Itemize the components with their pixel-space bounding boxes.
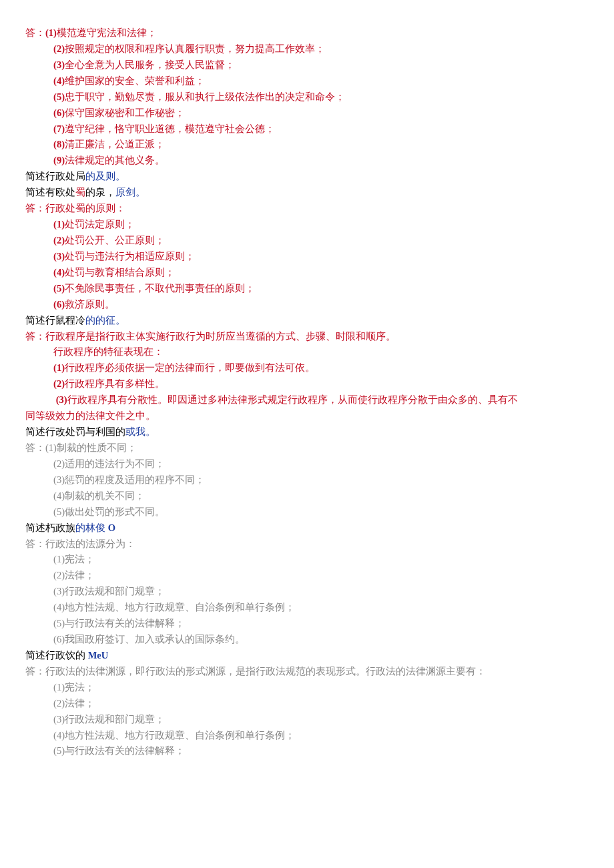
q1-answer-line-6: (6)保守国家秘密和工作秘密； (25, 105, 589, 121)
q2-item-5: (5)不免除民事责任，不取代刑事责任的原则； (25, 281, 589, 297)
q1-answer-line-9: (9)法律规定的其他义务。 (25, 153, 589, 169)
q4-title: 简述行改处罚与利国的或我。 (25, 424, 589, 440)
q3-item-1: (1)行政程序必须依据一定的法律而行，即要做到有法可依。 (25, 360, 589, 376)
q6-item-5: (5)与行政法有关的法律解释； (25, 743, 589, 759)
q1-answer-line-3: (3)全心全意为人民服务，接受人民监督； (25, 57, 589, 73)
q2-item-6: (6)救济原则。 (25, 297, 589, 313)
q3-title: 简述行鼠程冷的的征。 (25, 313, 589, 329)
q2-item-4: (4)处罚与教育相结合原则； (25, 265, 589, 281)
q1-answer-line-5: (5)忠于职守，勤勉尽责，服从和执行上级依法作出的决定和命令； (25, 89, 589, 105)
q4-item-1: 答：(1)制裁的性质不同； (25, 440, 589, 456)
q2-title-b: 简述有欧处蜀的泉，原剑。 (25, 185, 589, 201)
q4-item-4: (4)制裁的机关不同； (25, 488, 589, 504)
q1-item-text: 模范遵守宪法和法律； (57, 27, 157, 38)
q5-item-5: (5)与行政法有关的法律解释； (25, 616, 589, 632)
q5-lead: 答：行政法的法源分为： (25, 536, 589, 552)
q1-answer-line-1: 答：(1)模范遵守宪法和法律； (25, 25, 589, 41)
q3-item-3-cont: 同等级效力的法律文件之中。 (25, 408, 589, 424)
q5-title: 简述朽政族的林俊 O (25, 520, 589, 536)
q6-item-1: (1)宪法； (25, 680, 589, 696)
q5-item-1: (1)宪法； (25, 552, 589, 568)
q4-item-3: (3)惩罚的程度及适用的程序不同； (25, 472, 589, 488)
q4-item-5: (5)做出处罚的形式不同。 (25, 504, 589, 520)
q1-item-num: (1) (45, 27, 57, 38)
q2-item-1: (1)处罚法定原则； (25, 217, 589, 233)
q6-item-4: (4)地方性法规、地方行政规章、自治条例和单行条例； (25, 728, 589, 744)
q2-item-3: (3)处罚与违法行为相适应原则； (25, 249, 589, 265)
q5-item-4: (4)地方性法规、地方行政规章、自治条例和单行条例； (25, 600, 589, 616)
q2-item-2: (2)处罚公开、公正原则； (25, 233, 589, 249)
q3-lead1: 答：行政程序是指行政主体实施行政行为时所应当遵循的方式、步骤、时限和顺序。 (25, 329, 589, 345)
q3-item-2: (2)行政程序具有多样性。 (25, 376, 589, 392)
q3-lead2: 行政程序的特征表现在： (25, 344, 589, 360)
q6-lead: 答：行政法的法律渊源，即行政法的形式渊源，是指行政法规范的表现形式。行政法的法律… (25, 664, 589, 680)
q6-item-3: (3)行政法规和部门规章； (25, 712, 589, 728)
q1-answer-line-8: (8)清正廉洁，公道正派； (25, 137, 589, 153)
q1-answer-line-2: (2)按照规定的权限和程序认真履行职责，努力提高工作效率； (25, 41, 589, 57)
q5-item-6: (6)我国政府签订、加入或承认的国际条约。 (25, 632, 589, 648)
q1-answer-line-4: (4)维护国家的安全、荣誉和利益； (25, 73, 589, 89)
q5-item-3: (3)行政法规和部门规章； (25, 584, 589, 600)
q6-item-2: (2)法律； (25, 696, 589, 712)
q2-answer-lead: 答：行政处蜀的原则： (25, 201, 589, 217)
q3-item-3: (3)行政程序具有分散性。即因通过多种法律形式规定行政程序，从而使行政程序分散于… (25, 392, 589, 408)
q5-item-2: (2)法律； (25, 568, 589, 584)
answer-prefix: 答： (25, 27, 45, 38)
q1-answer-line-7: (7)遵守纪律，恪守职业道德，模范遵守社会公德； (25, 121, 589, 137)
q6-title: 简述行政饮的 MeU (25, 648, 589, 664)
q4-item-2: (2)适用的违法行为不同； (25, 456, 589, 472)
q2-title-a: 简述行政处局的及则。 (25, 169, 589, 185)
